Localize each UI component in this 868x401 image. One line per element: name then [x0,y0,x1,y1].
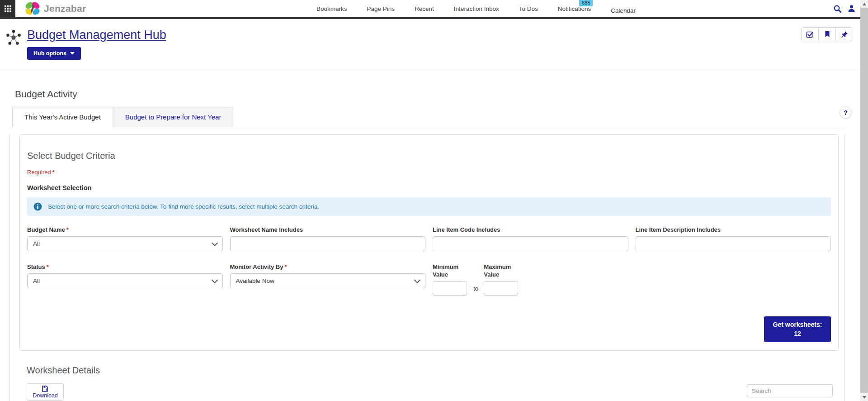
maximum-value-label: Maximum Value [484,263,519,278]
hub-options-label: Hub options [33,50,66,57]
criteria-row-2: Status* All Monitor Activity By* Availab… [27,263,831,296]
pin-button[interactable] [835,28,853,41]
search-icon [833,5,842,13]
worksheet-name-input[interactable] [230,236,426,251]
scroll-up-arrow-icon [863,3,866,5]
scrollbar-down-button[interactable] [860,393,868,401]
page-title: Budget Activity [15,88,844,100]
criteria-row-1: Budget Name* All Worksheet Name Includes… [27,226,831,251]
info-icon [33,202,42,211]
status-select[interactable]: All [27,273,223,288]
budget-name-value: All [33,240,40,247]
tasks-button[interactable] [802,28,818,41]
worksheet-name-field: Worksheet Name Includes [230,226,426,251]
hub-title-link[interactable]: Budget Management Hub [27,27,166,43]
chevron-down-icon [414,277,420,283]
jenzabar-logo[interactable]: Jenzabar [24,1,86,16]
chevron-down-icon [211,240,217,246]
nav-item-calendar[interactable]: Calendar [611,7,636,14]
minimum-value-label: Minimum Value [433,263,468,278]
budget-name-label: Budget Name* [27,226,223,234]
tab-budget-to-prepare-next-year[interactable]: Budget to Prepare for Next Year [113,107,234,127]
search-button[interactable] [833,5,842,13]
hub-options-button[interactable]: Hub options [27,47,81,60]
check-square-icon [806,31,814,38]
bookmark-button[interactable] [818,28,835,41]
page-scrollbar-thumb[interactable] [860,8,868,393]
maximum-value-input[interactable] [484,281,518,296]
worksheet-details-section: Worksheet Details Download [27,364,833,401]
tab-this-years-active-budget[interactable]: This Year's Active Budget [12,107,113,127]
main-content: Budget Activity ? This Year's Active Bud… [9,88,844,401]
monitor-activity-label: Monitor Activity By* [230,263,426,271]
user-icon [848,5,855,13]
grid-icon [5,5,11,12]
nav-icon-group [833,0,855,17]
info-text: Select one or more search criteria below… [48,203,319,210]
budget-name-select[interactable]: All [27,236,223,251]
worksheet-selection-label: Worksheet Selection [27,184,831,191]
required-asterisk: * [284,263,287,270]
top-nav: Jenzabar Bookmarks Page Pins Recent Inte… [0,0,868,19]
user-button[interactable] [848,5,855,13]
nav-item-notifications-label: Notifications [558,5,591,12]
line-item-code-label: Line Item Code Includes [433,226,628,234]
tab-panel: Select Budget Criteria Required* Workshe… [9,134,844,401]
hub-icon [5,29,22,48]
download-button[interactable]: Download [27,383,64,401]
nav-item-notifications[interactable]: 685 Notifications [558,5,591,12]
chevron-down-icon [211,277,217,283]
brand-text: Jenzabar [44,3,86,14]
line-item-description-field: Line Item Description Includes [636,226,831,251]
line-item-code-input[interactable] [433,236,628,251]
status-field: Status* All [27,263,223,296]
required-asterisk: * [47,263,49,270]
get-worksheets-button[interactable]: Get worksheets: 12 [764,316,831,342]
app-grid-button[interactable] [0,0,15,17]
status-value: All [33,277,40,284]
nav-item-interaction-inbox[interactable]: Interaction Inbox [454,5,499,12]
bookmark-icon [825,31,830,38]
line-item-description-input[interactable] [636,236,831,251]
help-button[interactable]: ? [840,106,852,119]
table-search-input[interactable] [747,384,833,397]
value-range-field: Minimum Value to Maximum Value [433,263,628,296]
status-label: Status* [27,263,223,271]
required-asterisk: * [52,169,55,176]
criteria-panel: Select Budget Criteria Required* Workshe… [19,134,839,351]
nav-menu: Bookmarks Page Pins Recent Interaction I… [316,0,636,17]
monitor-activity-select[interactable]: Available Now [230,273,426,288]
line-item-description-label: Line Item Description Includes [636,226,831,234]
download-label: Download [33,393,58,399]
butterfly-icon [24,1,41,16]
notifications-count-badge: 685 [579,0,593,6]
pushpin-icon [841,31,848,38]
scroll-down-arrow-icon [863,396,866,399]
details-toolbar: Download [27,383,833,401]
tab-strip: This Year's Active Budget Budget to Prep… [9,107,844,127]
chevron-down-icon [70,52,75,55]
nav-item-bookmarks[interactable]: Bookmarks [316,5,347,12]
nav-item-to-dos[interactable]: To Dos [519,5,538,12]
page-scrollbar[interactable] [860,0,868,401]
budget-name-field: Budget Name* All [27,226,223,251]
required-label: Required [27,169,51,176]
page-header: Budget Management Hub Hub options [0,19,868,69]
worksheet-name-label: Worksheet Name Includes [230,226,426,234]
nav-item-page-pins[interactable]: Page Pins [367,5,395,12]
monitor-activity-field: Monitor Activity By* Available Now [230,263,426,296]
range-connector-label: to [473,285,478,296]
scrollbar-up-button[interactable] [860,0,868,8]
required-asterisk: * [66,226,69,233]
info-banner: Select one or more search criteria below… [27,197,831,216]
minimum-value-input[interactable] [433,281,467,296]
line-item-code-field: Line Item Code Includes [433,226,628,251]
criteria-title: Select Budget Criteria [27,150,831,162]
monitor-activity-value: Available Now [236,277,274,284]
worksheet-details-title: Worksheet Details [27,364,833,376]
hub-action-group [801,27,853,41]
download-icon [42,385,49,392]
required-note: Required* [27,169,831,176]
nav-item-recent[interactable]: Recent [415,5,434,12]
